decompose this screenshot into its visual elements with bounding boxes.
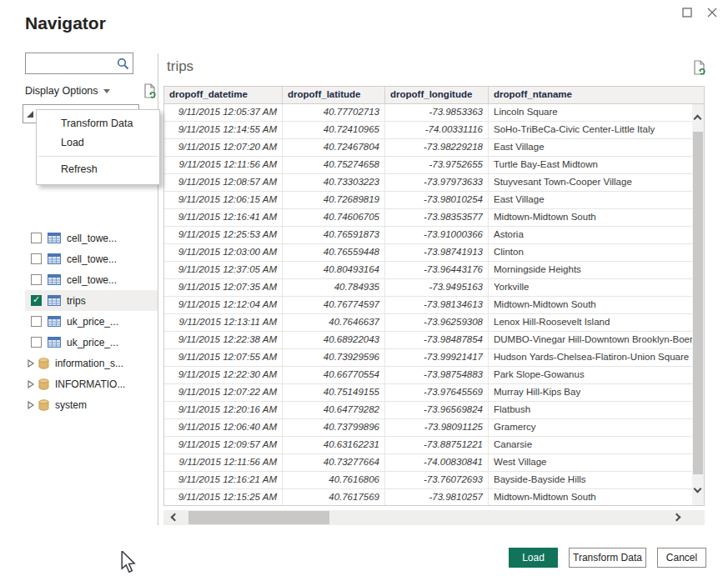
column-header[interactable]: dropoff_ntaname bbox=[489, 87, 704, 103]
table-row[interactable]: 9/11/2015 12:11:56 AM 40.75274658 -73.97… bbox=[164, 157, 704, 174]
cell-dropoff-latitude: 40.7646637 bbox=[283, 314, 385, 331]
expander-collapsed-icon[interactable] bbox=[27, 380, 35, 388]
search-box[interactable] bbox=[25, 53, 133, 74]
table-row[interactable]: 9/11/2015 12:09:57 AM 40.63162231 -73.88… bbox=[164, 437, 704, 454]
tree-item-table[interactable]: uk_price_... bbox=[25, 332, 158, 353]
horizontal-scrollbar-thumb[interactable] bbox=[188, 511, 329, 524]
refresh-preview-icon[interactable] bbox=[692, 60, 706, 76]
expander-collapsed-icon[interactable] bbox=[27, 359, 35, 368]
cell-dropoff-ntaname: Park Slope-Gowanus bbox=[489, 367, 704, 383]
search-input[interactable] bbox=[29, 55, 114, 72]
table-row[interactable]: 9/11/2015 12:06:15 AM 40.72689819 -73.98… bbox=[164, 192, 704, 209]
tree-item-database[interactable]: system bbox=[25, 394, 158, 415]
table-row[interactable]: 9/11/2015 12:05:37 AM 40.77702713 -73.98… bbox=[164, 104, 704, 122]
close-button[interactable] bbox=[705, 5, 720, 20]
tree-item-table[interactable]: uk_price_... bbox=[25, 311, 158, 332]
tree-item-database[interactable]: INFORMATIO... bbox=[25, 373, 158, 394]
cell-dropoff-latitude: 40.75274658 bbox=[283, 157, 385, 173]
table-row[interactable]: 9/11/2015 12:13:11 AM 40.7646637 -73.962… bbox=[164, 314, 704, 332]
tree-item-database[interactable]: information_s... bbox=[25, 353, 158, 373]
table-row[interactable]: 9/11/2015 12:15:25 AM 40.7617569 -73.981… bbox=[164, 489, 704, 506]
table-checkbox[interactable] bbox=[31, 337, 42, 348]
tree-item-table[interactable]: cell_towe... bbox=[25, 269, 158, 290]
scroll-up-icon[interactable] bbox=[694, 115, 702, 123]
table-row[interactable]: 9/11/2015 12:22:30 AM 40.66770554 -73.98… bbox=[164, 367, 704, 384]
table-row[interactable]: 9/11/2015 12:22:38 AM 40.68922043 -73.98… bbox=[164, 332, 704, 349]
scroll-left-icon[interactable] bbox=[171, 513, 179, 522]
column-header[interactable]: dropoff_longitude bbox=[385, 87, 489, 103]
transform-data-button[interactable]: Transform Data bbox=[569, 548, 646, 568]
preview-table-body: 9/11/2015 12:05:37 AM 40.77702713 -73.98… bbox=[164, 104, 704, 506]
table-row[interactable]: 9/11/2015 12:06:40 AM 40.73799896 -73.98… bbox=[164, 419, 704, 437]
vertical-scrollbar[interactable] bbox=[692, 104, 704, 505]
tree-item-label: cell_towe... bbox=[67, 274, 117, 286]
cell-dropoff-ntaname: Gramercy bbox=[489, 419, 704, 436]
menu-item-transform-data[interactable]: Transform Data bbox=[37, 114, 159, 133]
context-menu: Transform Data Load Refresh bbox=[36, 109, 160, 185]
cell-dropoff-datetime: 9/11/2015 12:05:37 AM bbox=[164, 104, 283, 121]
preview-table-header: dropoff_datetime dropoff_latitude dropof… bbox=[164, 87, 704, 104]
cell-dropoff-longitude: -73.76072693 bbox=[385, 472, 489, 488]
expander-expanded-icon[interactable] bbox=[27, 111, 33, 118]
table-row[interactable]: 9/11/2015 12:08:57 AM 40.73303223 -73.97… bbox=[164, 174, 704, 192]
table-icon bbox=[48, 316, 61, 327]
column-header[interactable]: dropoff_latitude bbox=[283, 87, 385, 103]
load-button[interactable]: Load bbox=[509, 548, 558, 568]
cell-dropoff-longitude: -73.97645569 bbox=[385, 384, 489, 401]
cell-dropoff-ntaname: Lincoln Square bbox=[489, 104, 704, 121]
tree-item-label: INFORMATIO... bbox=[55, 378, 125, 390]
cell-dropoff-longitude: -73.9495163 bbox=[385, 279, 489, 296]
preview-title: trips bbox=[167, 58, 193, 75]
table-checkbox[interactable] bbox=[31, 316, 42, 327]
cell-dropoff-latitude: 40.80493164 bbox=[283, 262, 385, 278]
cell-dropoff-longitude: -74.00331116 bbox=[385, 122, 489, 138]
table-checkbox[interactable] bbox=[31, 295, 42, 306]
table-row[interactable]: 9/11/2015 12:07:35 AM 40.784935 -73.9495… bbox=[164, 279, 704, 297]
table-row[interactable]: 9/11/2015 12:07:20 AM 40.72467804 -73.98… bbox=[164, 139, 704, 157]
table-row[interactable]: 9/11/2015 12:07:55 AM 40.73929596 -73.99… bbox=[164, 349, 704, 367]
tree-item-table[interactable]: cell_towe... bbox=[25, 228, 158, 248]
maximize-icon bbox=[682, 8, 692, 18]
cell-dropoff-longitude: -73.97973633 bbox=[385, 174, 489, 191]
cell-dropoff-ntaname: DUMBO-Vinegar Hill-Downtown Brooklyn-Boe… bbox=[489, 332, 704, 348]
maximize-button[interactable] bbox=[680, 5, 695, 20]
tree-item-label: cell_towe... bbox=[67, 253, 117, 265]
cell-dropoff-ntaname: East Village bbox=[489, 139, 704, 156]
cell-dropoff-datetime: 9/11/2015 12:16:21 AM bbox=[164, 472, 283, 488]
chevron-down-icon[interactable] bbox=[103, 89, 110, 93]
vertical-scrollbar-thumb[interactable] bbox=[693, 132, 703, 474]
tree-item-table[interactable]: cell_towe... bbox=[25, 248, 158, 269]
table-row[interactable]: 9/11/2015 12:03:00 AM 40.76559448 -73.98… bbox=[164, 244, 704, 262]
tree-table-list: cell_towe... bbox=[25, 228, 158, 353]
cell-dropoff-longitude: -74.00830841 bbox=[385, 454, 489, 471]
table-row[interactable]: 9/11/2015 12:37:05 AM 40.80493164 -73.96… bbox=[164, 262, 704, 279]
expander-collapsed-icon[interactable] bbox=[27, 401, 35, 409]
column-header[interactable]: dropoff_datetime bbox=[164, 87, 283, 103]
table-row[interactable]: 9/11/2015 12:20:16 AM 40.64779282 -73.96… bbox=[164, 402, 704, 419]
table-row[interactable]: 9/11/2015 12:16:41 AM 40.74606705 -73.98… bbox=[164, 209, 704, 227]
table-row[interactable]: 9/11/2015 12:12:04 AM 40.76774597 -73.98… bbox=[164, 297, 704, 314]
menu-item-refresh[interactable]: Refresh bbox=[37, 160, 159, 179]
table-row[interactable]: 9/11/2015 12:07:22 AM 40.75149155 -73.97… bbox=[164, 384, 704, 402]
cell-dropoff-latitude: 40.7617569 bbox=[283, 489, 385, 506]
table-row[interactable]: 9/11/2015 12:14:55 AM 40.72410965 -74.00… bbox=[164, 122, 704, 139]
table-row[interactable]: 9/11/2015 12:25:53 AM 40.76591873 -73.91… bbox=[164, 227, 704, 244]
cancel-button[interactable]: Cancel bbox=[657, 548, 706, 568]
menu-separator bbox=[38, 156, 158, 157]
table-checkbox[interactable] bbox=[31, 253, 42, 264]
table-checkbox[interactable] bbox=[31, 233, 42, 243]
display-options-dropdown[interactable]: Display Options bbox=[25, 85, 98, 97]
scroll-right-icon[interactable] bbox=[673, 513, 681, 522]
table-checkbox[interactable] bbox=[31, 274, 42, 285]
table-row[interactable]: 9/11/2015 12:11:56 AM 40.73277664 -74.00… bbox=[164, 454, 704, 472]
cell-dropoff-longitude: -73.9810257 bbox=[385, 489, 489, 506]
tree-item-table[interactable]: trips bbox=[25, 290, 158, 311]
menu-item-load[interactable]: Load bbox=[37, 133, 159, 153]
refresh-list-icon[interactable] bbox=[143, 83, 157, 99]
table-row[interactable]: 9/11/2015 12:16:21 AM 40.7616806 -73.760… bbox=[164, 472, 704, 489]
scroll-down-icon[interactable] bbox=[694, 485, 702, 493]
table-icon bbox=[48, 274, 61, 285]
horizontal-scrollbar[interactable] bbox=[163, 510, 705, 525]
cell-dropoff-datetime: 9/11/2015 12:07:35 AM bbox=[164, 279, 283, 296]
cell-dropoff-latitude: 40.76774597 bbox=[283, 297, 385, 313]
